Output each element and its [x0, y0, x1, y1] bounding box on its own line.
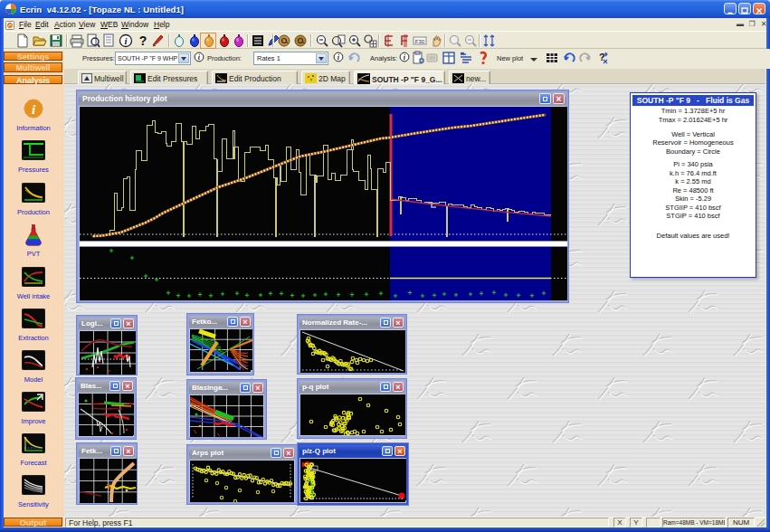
- svg-text:?: ?: [139, 33, 147, 48]
- svg-text:F30: F30: [415, 38, 425, 43]
